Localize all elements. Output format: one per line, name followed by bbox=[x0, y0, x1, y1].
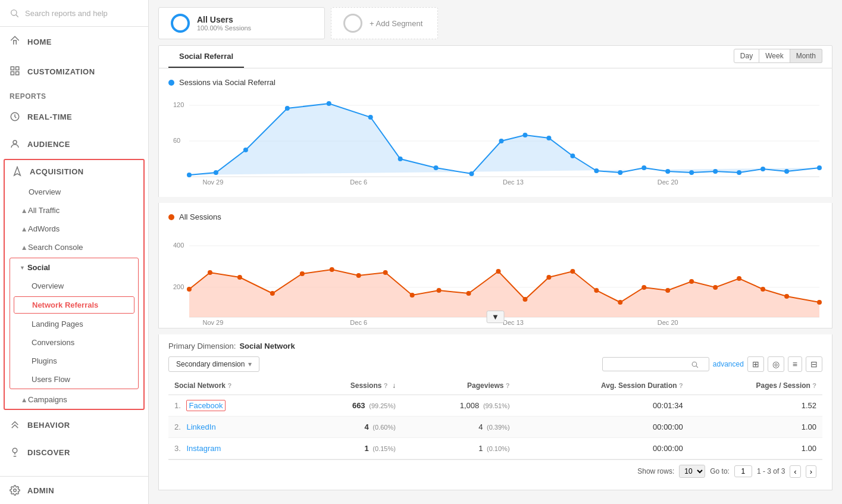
svg-point-22 bbox=[368, 115, 373, 120]
svg-text:Dec 6: Dec 6 bbox=[350, 319, 367, 326]
search-bar[interactable]: Search reports and help bbox=[0, 0, 148, 27]
primary-dim-value: Social Network bbox=[239, 342, 295, 350]
scatter-view-button[interactable]: ⊟ bbox=[806, 356, 822, 372]
sidebar-item-admin[interactable]: ADMIN bbox=[0, 476, 148, 504]
sidebar-item-customization[interactable]: CUSTOMIZATION bbox=[0, 57, 148, 86]
sidebar-item-home[interactable]: HOME bbox=[0, 27, 148, 57]
sidebar-item-realtime[interactable]: REAL-TIME bbox=[0, 103, 148, 130]
svg-line-1 bbox=[16, 15, 18, 17]
svg-point-37 bbox=[760, 167, 765, 171]
svg-point-53 bbox=[270, 291, 275, 296]
svg-point-70 bbox=[713, 285, 718, 290]
table-row: 3. Instagram 1 (0.15%) 1 (0.10%) 00:00:0… bbox=[168, 438, 822, 459]
sidebar: Search reports and help HOME CUSTOMIZATI… bbox=[0, 0, 149, 504]
tab-container: Social Referral Day Week Month bbox=[158, 45, 832, 68]
next-page-button[interactable]: › bbox=[806, 465, 816, 478]
sidebar-item-audience[interactable]: AUDIENCE bbox=[0, 130, 148, 158]
goto-input[interactable] bbox=[734, 465, 752, 477]
main-content-area: All Users 100.00% Sessions + Add Segment… bbox=[149, 0, 842, 504]
col-pageviews: Pageviews ? bbox=[402, 377, 516, 395]
behavior-icon bbox=[10, 420, 20, 430]
sidebar-item-search-console[interactable]: ▶ Search Console bbox=[5, 238, 143, 256]
sidebar-item-social[interactable]: ▼ Social bbox=[10, 258, 138, 277]
tab-social-referral[interactable]: Social Referral bbox=[168, 46, 244, 68]
day-button[interactable]: Day bbox=[734, 49, 759, 63]
svg-point-61 bbox=[496, 269, 500, 274]
sidebar-item-network-referrals[interactable]: Network Referrals bbox=[14, 297, 134, 313]
arrow-right-icon2: ▶ bbox=[21, 227, 27, 231]
col-avg-session: Avg. Session Duration ? bbox=[516, 377, 689, 395]
rows-per-page-select[interactable]: 10 25 50 bbox=[679, 465, 705, 478]
svg-text:Dec 13: Dec 13 bbox=[503, 179, 524, 186]
help-icon-2[interactable]: ? bbox=[384, 382, 388, 389]
home-label: HOME bbox=[27, 37, 52, 46]
table-search-input[interactable] bbox=[608, 360, 691, 368]
month-button[interactable]: Month bbox=[790, 49, 822, 63]
discover-label: DISCOVER bbox=[27, 448, 70, 457]
sidebar-item-all-traffic[interactable]: ▶ All Traffic bbox=[5, 201, 143, 220]
svg-point-10 bbox=[14, 489, 17, 492]
svg-point-74 bbox=[817, 300, 822, 305]
table-search-icon[interactable] bbox=[691, 361, 699, 368]
svg-line-80 bbox=[696, 365, 698, 367]
secondary-dimension-button[interactable]: Secondary dimension ▾ bbox=[168, 356, 259, 372]
bulb-icon bbox=[10, 447, 20, 458]
col-pages-session: Pages / Session ? bbox=[689, 377, 822, 395]
svg-point-63 bbox=[546, 275, 551, 280]
sidebar-item-acquisition[interactable]: ACQUISITION bbox=[5, 160, 143, 183]
pie-view-button[interactable]: ◎ bbox=[768, 356, 784, 372]
svg-point-24 bbox=[434, 165, 439, 170]
svg-text:Dec 20: Dec 20 bbox=[658, 319, 678, 326]
sidebar-item-social-overview[interactable]: Overview bbox=[10, 277, 138, 295]
prev-page-button[interactable]: ‹ bbox=[790, 465, 800, 478]
row2-pages-session: 1.00 bbox=[689, 417, 822, 438]
instagram-link[interactable]: Instagram bbox=[186, 444, 221, 453]
sidebar-item-users-flow[interactable]: Users Flow bbox=[10, 370, 138, 389]
svg-point-50 bbox=[187, 287, 192, 292]
search-icon bbox=[10, 8, 19, 18]
scroll-hint-button[interactable]: ▼ bbox=[486, 311, 505, 323]
svg-point-52 bbox=[237, 275, 242, 280]
linkedin-link[interactable]: LinkedIn bbox=[186, 422, 215, 431]
add-segment-box[interactable]: + Add Segment bbox=[331, 7, 438, 39]
svg-point-23 bbox=[398, 156, 403, 161]
help-icon-1[interactable]: ? bbox=[227, 382, 231, 389]
chart1-svg: 120 60 bbox=[168, 90, 822, 186]
svg-rect-5 bbox=[16, 72, 19, 75]
sidebar-item-landing-pages[interactable]: Landing Pages bbox=[10, 315, 138, 333]
sidebar-item-adwords[interactable]: ▶ AdWords bbox=[5, 220, 143, 238]
facebook-link[interactable]: Facebook bbox=[186, 400, 225, 411]
week-button[interactable]: Week bbox=[759, 49, 790, 63]
svg-point-9 bbox=[12, 448, 17, 453]
segment-bar: All Users 100.00% Sessions + Add Segment bbox=[158, 7, 832, 39]
sidebar-item-conversions[interactable]: Conversions bbox=[10, 333, 138, 352]
sidebar-item-discover[interactable]: DISCOVER bbox=[0, 439, 148, 466]
svg-point-68 bbox=[665, 288, 670, 293]
table-search-box[interactable] bbox=[602, 357, 709, 371]
svg-text:Nov 29: Nov 29 bbox=[203, 319, 224, 326]
row3-pageviews: 1 (0.10%) bbox=[402, 438, 516, 459]
sidebar-item-plugins[interactable]: Plugins bbox=[10, 352, 138, 370]
advanced-link[interactable]: advanced bbox=[713, 360, 744, 368]
tab-bar: Social Referral bbox=[168, 46, 244, 68]
time-range-buttons: Day Week Month bbox=[734, 49, 822, 63]
all-users-subtitle: 100.00% Sessions bbox=[197, 24, 251, 32]
sidebar-item-campaigns[interactable]: ▶ Campaigns bbox=[5, 390, 143, 409]
sort-arrow-icon: ↓ bbox=[392, 381, 396, 390]
grid-view-button[interactable]: ⊞ bbox=[747, 356, 764, 372]
sidebar-item-behavior[interactable]: BEHAVIOR bbox=[0, 411, 148, 439]
sidebar-item-overview[interactable]: Overview bbox=[5, 183, 143, 201]
svg-point-62 bbox=[522, 297, 527, 302]
all-users-segment[interactable]: All Users 100.00% Sessions bbox=[158, 7, 325, 39]
row1-pages-session: 1.52 bbox=[689, 395, 822, 417]
all-users-circle bbox=[171, 14, 190, 33]
help-icon-4[interactable]: ? bbox=[679, 382, 683, 389]
add-segment-circle bbox=[343, 14, 362, 33]
help-icon-5[interactable]: ? bbox=[812, 382, 816, 389]
help-icon-3[interactable]: ? bbox=[506, 382, 510, 389]
svg-point-56 bbox=[356, 273, 361, 278]
comparison-view-button[interactable]: ≡ bbox=[788, 356, 802, 372]
svg-point-57 bbox=[383, 270, 388, 275]
chart1-legend-dot bbox=[168, 80, 174, 86]
row1-pageviews: 1,008 (99.51%) bbox=[402, 395, 516, 417]
